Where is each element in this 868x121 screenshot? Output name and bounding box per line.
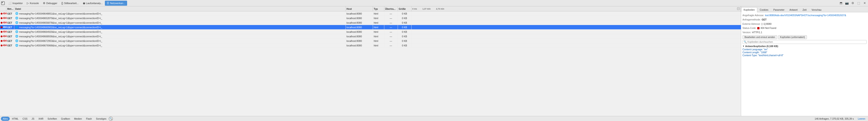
requested-address-row: Angefragte Adresse: lost:8080/kids-dev/V… (742, 14, 867, 17)
dock-icon[interactable]: ⬒ (838, 1, 843, 6)
table-row[interactable]: 404 GET 🌐 messaging?ts=1459348656878&isc… (0, 21, 741, 25)
filter-btn-grafiken[interactable]: Grafiken (59, 117, 72, 121)
detail-content: Angefragte Adresse: lost:8080/kids-dev/V… (741, 12, 868, 116)
row-size-2: 0 KB (398, 21, 411, 25)
file-name-2: messaging?ts=1459348656878&isc_noLog=1&t… (19, 21, 102, 24)
headers-search-input[interactable] (747, 41, 866, 43)
toolbar-btn-netzwerk[interactable]: ☰Netzwerkan... (105, 1, 127, 6)
file-icon-3: 🌐 (15, 26, 19, 29)
row-transfer-5: — (384, 34, 398, 39)
expand-timeline-icon[interactable] (737, 7, 740, 10)
file-name-7: messaging?ts=1459348676968&isc_noLog=1&t… (19, 44, 102, 47)
row-host-5: localhost:8080 (346, 34, 373, 39)
error-dot-3 (1, 26, 2, 28)
row-method-7: GET (6, 43, 14, 48)
toolbar-btn-inspektor[interactable]: ⬜Inspektor (6, 1, 25, 6)
row-transfer-2: — (384, 21, 398, 25)
search-filter-button[interactable]: 🔍 (109, 117, 113, 121)
col-transfer[interactable]: Übertra... (384, 6, 398, 11)
detail-tab-zeit[interactable]: Zeit (800, 7, 809, 12)
row-method-1: GET (6, 16, 14, 20)
headers-search-box: 🔍 (742, 40, 867, 44)
response-header-1: Content-Length: "1068" (742, 51, 867, 54)
row-method-3: GET (6, 25, 14, 29)
col-method[interactable]: Met... (6, 6, 14, 11)
error-dot-0 (1, 13, 2, 15)
filter-btn-xhr[interactable]: XHR (36, 117, 45, 121)
search-icon: 🔍 (744, 41, 747, 44)
detail-tab-parameter[interactable]: Parameter (771, 7, 787, 12)
section-header[interactable]: ▼ Antwortkopfzeilen (0,169 KB) (742, 45, 867, 48)
file-name-3: messaging?ts=1459348660902&isc_noLog=1&t… (19, 26, 102, 29)
settings-icon[interactable]: ⚙ (850, 1, 855, 6)
response-header-name-0: Content-Language: "en" (742, 48, 768, 51)
toolbar-right: ⬒ 📷 ⚙ ⬚ ✕ (838, 1, 867, 6)
col-status[interactable] (0, 6, 6, 11)
toolbar-btn-stilbearbeitung[interactable]: {}Stilbearbeit... (59, 1, 80, 6)
bottom-info: 146 Anfragen, 7.370,02 KB, 335,39 s (815, 117, 854, 120)
detail-panel: KopfzeilenCookiesParameterAntwortZeitVor… (741, 6, 868, 116)
detail-tab-antwort[interactable]: Antwort (787, 7, 800, 12)
detail-tab-cookies[interactable]: Cookies (757, 7, 771, 12)
row-type-4: html (373, 29, 384, 34)
clear-button[interactable]: Leeren (856, 117, 867, 120)
toolbar-btn-laufzeitanalyse[interactable]: ◉Laufzeitanaly... (81, 1, 104, 6)
response-header-0: Content-Language: "en" (742, 48, 867, 51)
table-row[interactable]: 404 GET 🌐 messaging?ts=1459348648851&isc… (0, 11, 741, 16)
filter-btn-css[interactable]: CSS (21, 117, 29, 121)
table-row[interactable]: 404 GET 🌐 messaging?ts=1459348660902&isc… (0, 25, 741, 29)
detail-tab-vorschau[interactable]: Vorschau (809, 7, 824, 12)
filter-btn-sonstiges[interactable]: Sonstiges (94, 117, 108, 121)
filter-btn-flash[interactable]: Flash (84, 117, 94, 121)
col-size[interactable]: Größe (398, 6, 411, 11)
file-icon-2: 🌐 (15, 21, 19, 24)
column-headers: Met... Datei Host Typ Übertra... Größe 0… (0, 6, 741, 11)
request-method-row: Anfragemethode: GET (742, 18, 867, 22)
table-row[interactable]: 404 GET 🌐 messaging?ts=1459348664920&isc… (0, 29, 741, 34)
requested-address-value[interactable]: lost:8080/kids-dev/V010405SNAPSHOT/sc/me… (765, 14, 846, 17)
file-icon-5: 🌐 (15, 35, 19, 38)
row-type-2: html (373, 21, 384, 25)
timeline-label-0ms: 0 ms (411, 8, 418, 10)
row-file-6: 🌐 messaging?ts=1459348672953&isc_noLog=1… (14, 39, 346, 43)
error-dot-6 (1, 40, 2, 42)
table-row[interactable]: 404 GET 🌐 messaging?ts=1459348672953&isc… (0, 39, 741, 43)
file-name-6: messaging?ts=1459348672953&isc_noLog=1&t… (19, 40, 102, 42)
row-host-4: localhost:8080 (346, 29, 373, 34)
table-row[interactable]: 404 GET 🌐 messaging?ts=1459348676968&isc… (0, 43, 741, 48)
filter-btn-schriften[interactable]: Schriften (45, 117, 59, 121)
row-host-0: localhost:8080 (346, 11, 373, 16)
col-type[interactable]: Typ (373, 6, 384, 11)
col-file[interactable]: Datei (14, 6, 346, 11)
row-transfer-6: — (384, 39, 398, 43)
row-status-7: 404 (0, 44, 6, 47)
row-host-3: localhost:8080 (346, 25, 373, 29)
filter-btn-js[interactable]: JS (30, 117, 36, 121)
timeline-label-137: 1,37 min (418, 8, 435, 10)
table-row[interactable]: 404 GET 🌐 messaging?ts=1459348652870&isc… (0, 16, 741, 21)
close-devtools-icon[interactable]: ✕ (862, 1, 867, 6)
row-file-5: 🌐 messaging?ts=1459348668936&isc_noLog=1… (14, 34, 346, 39)
version-row: Version: HTTP/1.1 (742, 31, 867, 34)
toolbar-btn-konsole[interactable]: ▷Konsole (25, 1, 41, 6)
row-size-7: 0 KB (398, 43, 411, 48)
row-transfer-0: — (384, 11, 398, 16)
col-host[interactable]: Host (346, 6, 373, 11)
request-method-label: Anfragemethode: (742, 18, 761, 22)
external-address-label: Externe Adresse: (742, 22, 761, 26)
filter-btn-alles[interactable]: Alles (1, 117, 10, 121)
unformatted-button[interactable]: Kopfzeilen (unformatiert) (778, 35, 807, 39)
filter-btn-medien[interactable]: Medien (72, 117, 84, 121)
row-type-7: html (373, 43, 384, 48)
screenshot-icon[interactable]: 📷 (844, 1, 849, 6)
toolbar-btn-debugger[interactable]: ⚙Debugger (41, 1, 59, 6)
error-dot-5 (1, 35, 2, 37)
filter-btn-html[interactable]: HTML (10, 117, 21, 121)
file-icon-1: 🌐 (15, 17, 19, 20)
detail-tab-kopfzeilen[interactable]: Kopfzeilen (741, 7, 757, 12)
undock-icon[interactable]: ⬚ (856, 1, 861, 6)
row-transfer-4: — (384, 29, 398, 34)
table-row[interactable]: 404 GET 🌐 messaging?ts=1459348668936&isc… (0, 34, 741, 39)
resend-button[interactable]: Bearbeiten und erneut senden (742, 35, 777, 39)
row-status-4: 404 (0, 30, 6, 33)
